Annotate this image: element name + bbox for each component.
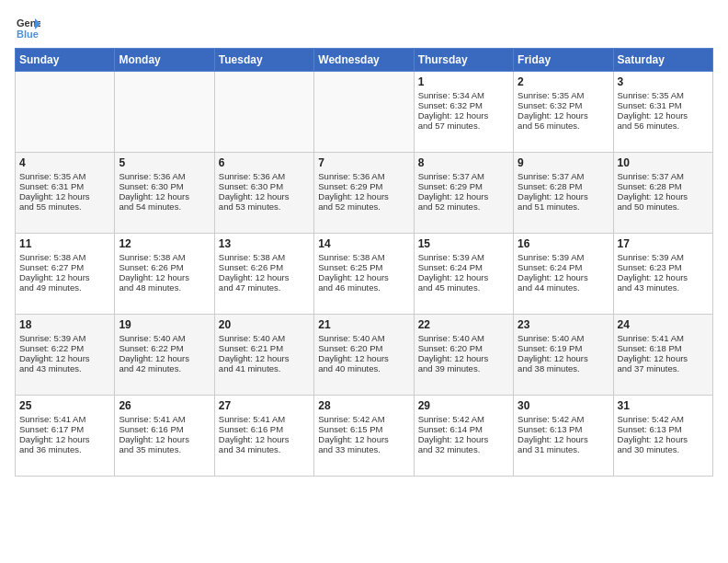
calendar-cell: 17Sunrise: 5:39 AMSunset: 6:23 PMDayligh… [613,234,712,315]
calendar-cell: 19Sunrise: 5:40 AMSunset: 6:22 PMDayligh… [115,315,214,396]
weekday-header: Wednesday [314,49,414,72]
day-info: Sunset: 6:31 PM [19,181,110,191]
day-number: 5 [119,156,210,169]
day-info: Sunrise: 5:39 AM [19,333,110,343]
day-info: Sunset: 6:29 PM [418,181,509,191]
day-info: and 45 minutes. [418,282,509,293]
day-info: Sunrise: 5:34 AM [418,90,509,100]
day-info: and 53 minutes. [219,201,310,212]
calendar-week-row: 18Sunrise: 5:39 AMSunset: 6:22 PMDayligh… [16,315,713,396]
day-number: 26 [119,399,210,412]
day-info: Daylight: 12 hours [219,434,310,444]
page-header: General Blue [15,15,713,40]
day-info: Sunset: 6:19 PM [518,343,609,353]
day-info: Daylight: 12 hours [318,353,409,363]
calendar-cell: 29Sunrise: 5:42 AMSunset: 6:14 PMDayligh… [414,396,513,477]
day-info: and 42 minutes. [119,363,210,373]
calendar-cell: 25Sunrise: 5:41 AMSunset: 6:17 PMDayligh… [16,396,115,477]
day-info: Sunrise: 5:35 AM [518,90,609,100]
weekday-header: Monday [115,49,214,72]
day-info: and 39 minutes. [418,363,509,373]
day-info: Sunset: 6:22 PM [19,343,110,353]
day-info: Daylight: 12 hours [318,191,409,201]
day-info: Sunrise: 5:38 AM [19,252,110,262]
day-info: Daylight: 12 hours [219,353,310,363]
day-info: Sunrise: 5:37 AM [518,171,609,181]
calendar-cell: 10Sunrise: 5:37 AMSunset: 6:28 PMDayligh… [613,153,712,234]
day-info: and 43 minutes. [19,363,110,373]
calendar-cell: 13Sunrise: 5:38 AMSunset: 6:26 PMDayligh… [214,234,313,315]
day-info: and 30 minutes. [618,444,709,454]
calendar-cell: 4Sunrise: 5:35 AMSunset: 6:31 PMDaylight… [16,153,115,234]
day-info: and 35 minutes. [119,444,210,454]
day-info: Sunset: 6:32 PM [418,100,509,110]
day-number: 4 [19,156,110,169]
day-info: Sunset: 6:30 PM [219,181,310,191]
day-info: Daylight: 12 hours [418,272,509,282]
day-info: and 44 minutes. [518,282,609,293]
day-number: 20 [219,318,310,331]
day-info: and 52 minutes. [318,201,409,212]
day-info: Sunset: 6:13 PM [518,424,609,434]
calendar-cell: 26Sunrise: 5:41 AMSunset: 6:16 PMDayligh… [115,396,214,477]
day-info: Sunset: 6:17 PM [19,424,110,434]
day-info: Sunset: 6:14 PM [418,424,509,434]
day-info: Sunset: 6:25 PM [318,262,409,272]
calendar-cell: 15Sunrise: 5:39 AMSunset: 6:24 PMDayligh… [414,234,513,315]
day-info: and 31 minutes. [518,444,609,454]
calendar-cell: 2Sunrise: 5:35 AMSunset: 6:32 PMDaylight… [514,72,613,153]
calendar-cell: 14Sunrise: 5:38 AMSunset: 6:25 PMDayligh… [314,234,414,315]
calendar-cell: 16Sunrise: 5:39 AMSunset: 6:24 PMDayligh… [514,234,613,315]
day-info: Sunrise: 5:38 AM [119,252,210,262]
day-info: Sunset: 6:22 PM [119,343,210,353]
day-info: Sunset: 6:15 PM [318,424,409,434]
day-info: Daylight: 12 hours [618,434,709,444]
day-number: 27 [219,399,310,412]
weekday-header: Friday [514,49,613,72]
day-info: Sunrise: 5:38 AM [219,252,310,262]
day-info: and 33 minutes. [318,444,409,454]
day-info: Daylight: 12 hours [418,110,509,121]
day-info: Sunrise: 5:42 AM [618,414,709,424]
day-info: Daylight: 12 hours [518,353,609,363]
day-info: Daylight: 12 hours [618,191,709,201]
day-info: Sunrise: 5:37 AM [618,171,709,181]
calendar-table: SundayMondayTuesdayWednesdayThursdayFrid… [15,48,713,477]
day-number: 8 [418,156,509,169]
day-info: and 57 minutes. [418,121,509,131]
day-info: Daylight: 12 hours [119,434,210,444]
day-info: Daylight: 12 hours [19,434,110,444]
day-info: Sunset: 6:27 PM [19,262,110,272]
day-info: Daylight: 12 hours [618,110,709,121]
day-info: and 49 minutes. [19,282,110,293]
day-number: 25 [19,399,110,412]
calendar-cell: 7Sunrise: 5:36 AMSunset: 6:29 PMDaylight… [314,153,414,234]
day-info: Sunset: 6:26 PM [219,262,310,272]
day-info: Sunrise: 5:39 AM [618,252,709,262]
calendar-cell: 24Sunrise: 5:41 AMSunset: 6:18 PMDayligh… [613,315,712,396]
day-number: 19 [119,318,210,331]
day-info: Sunrise: 5:40 AM [518,333,609,343]
calendar-week-row: 1Sunrise: 5:34 AMSunset: 6:32 PMDaylight… [16,72,713,153]
day-info: Sunrise: 5:40 AM [119,333,210,343]
calendar-cell: 1Sunrise: 5:34 AMSunset: 6:32 PMDaylight… [414,72,513,153]
day-info: and 54 minutes. [119,201,210,212]
day-info: and 48 minutes. [119,282,210,293]
calendar-cell: 31Sunrise: 5:42 AMSunset: 6:13 PMDayligh… [613,396,712,477]
day-info: and 50 minutes. [618,201,709,212]
calendar-week-row: 11Sunrise: 5:38 AMSunset: 6:27 PMDayligh… [16,234,713,315]
day-info: Sunset: 6:16 PM [119,424,210,434]
calendar-cell: 21Sunrise: 5:40 AMSunset: 6:20 PMDayligh… [314,315,414,396]
calendar-cell: 22Sunrise: 5:40 AMSunset: 6:20 PMDayligh… [414,315,513,396]
day-info: Sunrise: 5:42 AM [418,414,509,424]
day-info: Sunset: 6:13 PM [618,424,709,434]
calendar-cell: 30Sunrise: 5:42 AMSunset: 6:13 PMDayligh… [514,396,613,477]
day-number: 16 [518,237,609,250]
day-info: Daylight: 12 hours [219,272,310,282]
day-info: Daylight: 12 hours [119,272,210,282]
day-info: and 46 minutes. [318,282,409,293]
day-info: Sunset: 6:26 PM [119,262,210,272]
weekday-header: Thursday [414,49,513,72]
day-info: Sunset: 6:18 PM [618,343,709,353]
day-info: and 38 minutes. [518,363,609,373]
